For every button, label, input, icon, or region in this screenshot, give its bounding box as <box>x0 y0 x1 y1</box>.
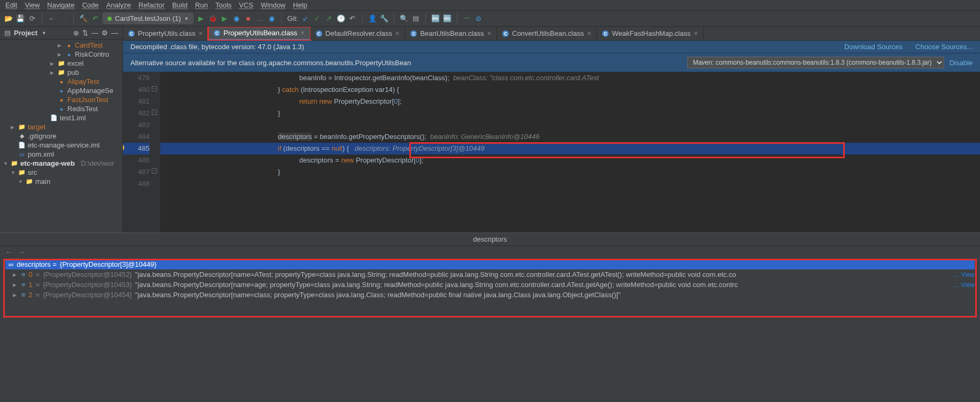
tree-item-cardtest[interactable]: ▶●CardTest <box>0 41 122 50</box>
tree-item-redis[interactable]: ●RedisTest <box>0 104 122 113</box>
tree-item-fastjson[interactable]: ●FastJsonTest <box>0 95 122 104</box>
undo-arrow-icon[interactable]: ↶ <box>91 14 99 23</box>
tree-item-alipay[interactable]: ●AlipayTest <box>0 77 122 86</box>
select-opened-icon[interactable]: ⊕ <box>73 29 79 37</box>
tab-propertyutilsbean[interactable]: CPropertyUtilsBean.class× <box>208 27 310 40</box>
code-with-me-icon[interactable]: 👤 <box>368 14 377 23</box>
close-icon[interactable]: × <box>487 29 492 37</box>
debug-view-link[interactable]: … View <box>953 271 975 279</box>
nav-forward-icon[interactable]: → <box>18 248 25 256</box>
tab-convertutilsbean[interactable]: CConvertUtilsBean.class× <box>497 27 597 40</box>
profile-icon[interactable]: ◉ <box>232 14 240 23</box>
debug-row[interactable]: ▶ ≡ 0 = {PropertyDescriptor@10452} "java… <box>5 269 975 280</box>
menu-tools[interactable]: Tools <box>215 1 231 9</box>
menu-vcs[interactable]: VCS <box>239 1 253 9</box>
intention-bulb-icon[interactable] <box>123 144 124 151</box>
toolbar: 📂 💾 ⟳ ← → 🔨 ↶ CardTest.testJson (1) ▼ ▶ … <box>0 11 980 27</box>
maven-source-select[interactable]: Maven: commons-beanutils:commons-beanuti… <box>687 57 944 68</box>
debug-value: "java.beans.PropertyDescriptor[name=ATes… <box>135 270 736 279</box>
debug-root-row[interactable]: ∞ descriptors = {PropertyDescriptor[3]@1… <box>5 259 975 269</box>
tree-item-test1[interactable]: 📄test1.iml <box>0 113 122 122</box>
translate-icon[interactable]: 🔤 <box>431 14 440 23</box>
save-all-icon[interactable]: 💾 <box>16 14 25 23</box>
download-sources-link[interactable]: Download Sources <box>844 43 903 51</box>
run-config-dropdown[interactable]: CardTest.testJson (1) ▼ <box>103 13 193 24</box>
menu-help[interactable]: Help <box>293 1 307 9</box>
disable-link[interactable]: Disable <box>950 59 973 67</box>
chevron-down-icon[interactable]: ▼ <box>42 30 46 36</box>
choose-sources-link[interactable]: Choose Sources... <box>915 43 973 51</box>
hide-icon[interactable]: — <box>111 29 118 37</box>
menu-refactor[interactable]: Refactor <box>138 1 165 9</box>
tab-beanutilsbean[interactable]: CBeanUtilsBean.class× <box>405 27 497 40</box>
fold-icon[interactable]: − <box>152 168 157 174</box>
stop-icon[interactable]: ■ <box>244 14 252 23</box>
git-update-icon[interactable]: ↙ <box>301 14 310 23</box>
tree-item-etciml[interactable]: 📄etc-manage-service.iml <box>0 141 122 150</box>
tab-weakfasthashmap[interactable]: CWeakFastHashMap.class× <box>597 27 704 40</box>
tree-item-pub[interactable]: ▶📁pub <box>0 68 122 77</box>
tree-item-main[interactable]: ▼📁main <box>0 177 122 186</box>
tab-propertyutils[interactable]: CPropertyUtils.class× <box>123 27 208 40</box>
tree-item-riskcontrol[interactable]: ▶●RiskContro <box>0 50 122 59</box>
translate2-icon[interactable]: 🔤 <box>443 14 452 23</box>
menu-run[interactable]: Run <box>195 1 208 9</box>
nav-back-icon[interactable]: ← <box>5 248 12 256</box>
tree-item-appmanage[interactable]: ●AppManageSe <box>0 86 122 95</box>
menu-code[interactable]: Code <box>82 1 99 9</box>
tree-item-target[interactable]: ▶📁target <box>0 122 122 132</box>
back-icon[interactable]: ← <box>48 14 56 23</box>
sync-icon[interactable]: ⟳ <box>28 14 36 23</box>
chevron-right-icon[interactable]: ▶ <box>13 272 18 277</box>
gear-icon[interactable]: ⚙ <box>102 29 108 37</box>
close-icon[interactable]: × <box>395 29 400 37</box>
build-icon[interactable]: 🔨 <box>79 14 88 23</box>
run-anything-icon[interactable]: ◉ <box>267 14 276 23</box>
fold-icon[interactable]: − <box>152 110 157 115</box>
no-icon[interactable]: ⊘ <box>475 14 483 23</box>
structure-icon[interactable]: ▤ <box>411 14 420 23</box>
forward-icon[interactable]: → <box>59 14 68 23</box>
open-icon[interactable]: 📂 <box>4 14 13 23</box>
menu-edit[interactable]: Edit <box>5 1 17 9</box>
git-history-icon[interactable]: 🕐 <box>337 14 345 23</box>
close-icon[interactable]: × <box>300 29 305 37</box>
tree-label: main <box>35 177 50 185</box>
code-area[interactable]: 479 480− 481 482− 483 484 485 486 487− 4… <box>123 72 980 233</box>
tree-item-excel[interactable]: ▶📁excel <box>0 59 122 68</box>
debug-row[interactable]: ▶ ≡ 2 = {PropertyDescriptor@10454} "java… <box>5 290 975 300</box>
menu-build[interactable]: Build <box>172 1 188 9</box>
menu-view[interactable]: View <box>25 1 40 9</box>
close-icon[interactable]: × <box>694 29 698 37</box>
menu-navigate[interactable]: Navigate <box>47 1 74 9</box>
close-icon[interactable]: × <box>587 29 592 37</box>
debug-icon[interactable]: 🐞 <box>208 14 217 23</box>
pulse-icon[interactable]: 〰 <box>463 14 471 23</box>
code-content[interactable]: beanInfo = Introspector.getBeanInfo(bean… <box>160 72 980 233</box>
git-push-icon[interactable]: ↗ <box>325 14 333 23</box>
tab-defaultresolver[interactable]: CDefaultResolver.class× <box>310 27 406 40</box>
chevron-right-icon[interactable]: ▶ <box>13 292 18 298</box>
debug-row[interactable]: ▶ ≡ 1 = {PropertyDescriptor@10453} "java… <box>5 280 975 290</box>
chevron-right-icon[interactable]: ▶ <box>13 282 18 288</box>
tree-label: excel <box>67 59 83 67</box>
settings-icon[interactable]: 🔧 <box>380 14 388 23</box>
menu-analyze[interactable]: Analyze <box>106 1 131 9</box>
git-commit-icon[interactable]: ✓ <box>313 14 322 23</box>
tree-item-gitignore[interactable]: ◆.gitignore <box>0 132 122 141</box>
debug-view-link[interactable]: … View <box>953 281 975 289</box>
tree-item-pom[interactable]: mpom.xml <box>0 150 122 159</box>
expand-icon[interactable]: ⇅ <box>82 29 88 37</box>
search-icon[interactable]: 🔍 <box>400 14 408 23</box>
git-rollback-icon[interactable]: ↶ <box>348 14 357 23</box>
close-icon[interactable]: × <box>199 29 203 37</box>
fold-icon[interactable]: − <box>152 86 157 91</box>
collapse-icon[interactable]: — <box>91 29 98 37</box>
tree-item-etcweb[interactable]: ▼📁etc-manage-web D:\dev\wor <box>0 159 122 168</box>
attach-icon[interactable]: … <box>255 14 264 23</box>
coverage-icon[interactable]: ▶ <box>220 14 229 23</box>
menu-window[interactable]: Window <box>261 1 285 9</box>
line-number: 484 <box>123 131 150 143</box>
tree-item-src[interactable]: ▼📁src <box>0 168 122 177</box>
run-icon[interactable]: ▶ <box>197 14 205 23</box>
